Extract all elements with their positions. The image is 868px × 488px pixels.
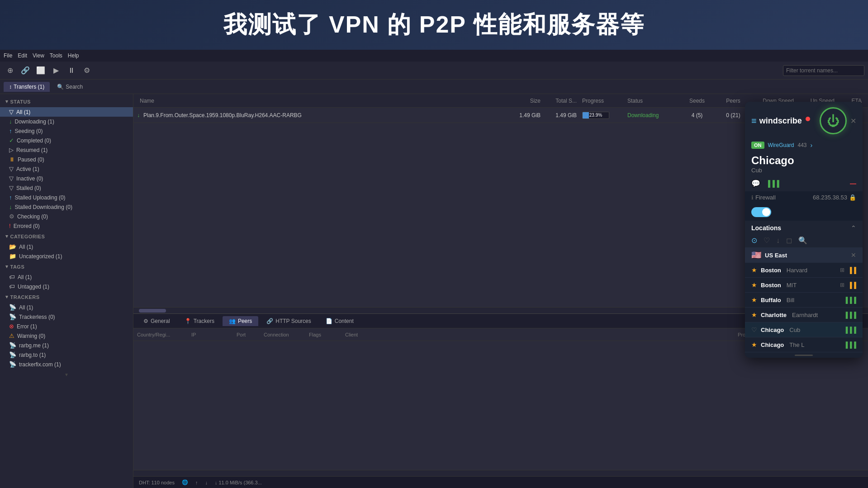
sidebar-item-tracker-error[interactable]: ⊗ Error (1) (0, 322, 133, 331)
vpn-info-button[interactable]: ℹ (751, 194, 754, 201)
app-container: File Edit View Tools Help ⊕ 🔗 ⬜ ▶ ⏸ ⚙ ↕ … (0, 50, 868, 488)
sidebar-item-inactive[interactable]: ▽ Inactive (0) (0, 174, 133, 183)
pcol-ip[interactable]: IP (191, 332, 237, 337)
trackerfix-icon: 📡 (9, 361, 16, 368)
list-item[interactable]: ★ Boston MIT ⊞ ▐▐ (745, 278, 863, 293)
toolbar-add-btn[interactable]: ⊕ (4, 64, 16, 77)
vpn-filter-favorites-icon[interactable]: ♡ (764, 236, 770, 245)
sidebar-item-stalled-downloading[interactable]: ↓ Stalled Downloading (0) (0, 202, 133, 212)
sidebar-item-resumed[interactable]: ▷ Resumed (1) (0, 145, 133, 155)
pcol-connection[interactable]: Connection (264, 332, 309, 337)
error-icon: ! (9, 223, 11, 229)
toolbar-remove-btn[interactable]: ⬜ (34, 64, 47, 77)
tab-trackers[interactable]: 📍 Trackers (178, 316, 221, 326)
resume-icon: ▷ (9, 147, 14, 153)
download-icon-status: ↓ (205, 480, 208, 485)
pcol-client[interactable]: Client (345, 332, 738, 337)
list-item[interactable]: ★ Chicago The L ▐▐▐ (745, 337, 863, 352)
menu-tools[interactable]: Tools (50, 52, 62, 59)
toolbar-add-link-btn[interactable]: 🔗 (19, 64, 32, 77)
banner-text: 我测试了 VPN 的 P2P 性能和服务器等 (223, 9, 644, 41)
menu-help[interactable]: Help (68, 52, 79, 59)
status-section-header[interactable]: ▾ STATUS (0, 96, 133, 107)
sidebar-item-rarbgme[interactable]: 📡 rarbg.me (1) (0, 341, 133, 350)
sidebar-item-tracker-warning[interactable]: ⚠ Warning (0) (0, 331, 133, 341)
sidebar-item-stalled-uploading[interactable]: ↑ Stalled Uploading (0) (0, 193, 133, 202)
tab-http-sources[interactable]: 🔗 HTTP Sources (260, 316, 317, 326)
sidebar-item-stalled[interactable]: ▽ Stalled (0) (0, 183, 133, 193)
col-header-name[interactable]: Name (137, 98, 507, 104)
pcol-country[interactable]: Country/Regi... (137, 332, 191, 337)
sidebar-item-rarbgto[interactable]: 📡 rarbg.to (1) (0, 350, 133, 360)
col-header-progress[interactable]: Progress (579, 98, 625, 104)
menu-edit[interactable]: Edit (18, 52, 27, 59)
sidebar-item-cat-all[interactable]: 📂 All (1) (0, 242, 133, 251)
toolbar-start-btn[interactable]: ▶ (50, 64, 62, 77)
list-item[interactable]: ★ Charlotte Earnhardt ▐▐▐ (745, 308, 863, 322)
menu-view[interactable]: View (33, 52, 44, 59)
vpn-scrollbar[interactable] (795, 355, 813, 356)
col-header-total-size[interactable]: Total S... (543, 98, 579, 104)
col-header-size[interactable]: Size (507, 98, 543, 104)
vpn-toggle-row (745, 204, 863, 221)
list-item[interactable]: ♡ Chicago Cub ▐▐▐ (745, 322, 863, 337)
toolbar-pause-btn[interactable]: ⏸ (65, 64, 78, 77)
trackers-section-header[interactable]: ▾ TRACKERS (0, 291, 133, 303)
pcol-flags[interactable]: Flags (309, 332, 345, 337)
folder-icon: 📂 (9, 243, 16, 250)
sidebar-item-completed[interactable]: ✓ Completed (0) (0, 136, 133, 145)
sidebar-scroll-down[interactable]: ▼ (0, 369, 133, 379)
vpn-filter-icons: ⊙ ♡ ↓ ◻ 🔍 (745, 234, 863, 247)
tab-transfers[interactable]: ↕ Transfers (1) (4, 82, 50, 92)
vpn-logo-icon: ≡ (751, 116, 757, 126)
peers-scrollbar[interactable] (133, 470, 868, 476)
sidebar-item-trackerless[interactable]: 📡 Trackerless (0) (0, 312, 133, 322)
vpn-filter-static-icon[interactable]: ◻ (786, 236, 792, 245)
trackerless-icon: 📡 (9, 313, 16, 320)
vpn-region-close-button[interactable]: ✕ (851, 251, 856, 259)
tags-section-header[interactable]: ▾ TAGS (0, 261, 133, 272)
vpn-power-button[interactable]: ⏻ (820, 107, 847, 134)
vpn-toggle[interactable] (751, 207, 771, 217)
signal-icon-0: ▐▐ (848, 267, 856, 274)
vpn-collapse-button[interactable]: ⌃ (851, 224, 856, 232)
vpn-filter-search-icon[interactable]: 🔍 (798, 236, 807, 245)
vpn-port-forward-icon[interactable]: › (811, 142, 813, 149)
sidebar-item-tags-untagged[interactable]: 🏷 Untagged (1) (0, 282, 133, 291)
torrent-name-cell: ↓ Plan.9.From.Outer.Space.1959.1080p.Blu… (137, 112, 507, 118)
list-item[interactable]: ★ Boston Harvard ⊞ ▐▐ (745, 263, 863, 278)
sidebar-item-active[interactable]: ▽ Active (1) (0, 164, 133, 174)
vpn-chat-icon[interactable]: 💬 (751, 179, 760, 188)
sidebar-item-checking[interactable]: ⚙ Checking (0) (0, 212, 133, 221)
vpn-filter-download-icon[interactable]: ↓ (776, 237, 780, 245)
tab-content[interactable]: 📄 Content (319, 316, 360, 326)
down-speed-status: ↓ 11.0 MiB/s (366.3... (215, 480, 262, 485)
categories-section-header[interactable]: ▾ CATEGORIES (0, 231, 133, 242)
sidebar-item-tags-all[interactable]: 🏷 All (1) (0, 272, 133, 282)
sidebar-item-seeding[interactable]: ↑ Seeding (0) (0, 126, 133, 136)
col-header-seeds[interactable]: Seeds (679, 98, 715, 104)
list-item[interactable]: ★ Buffalo Bill ▐▐▐ (745, 293, 863, 308)
sidebar-item-all[interactable]: ▽ All (1) (0, 107, 133, 117)
menu-file[interactable]: File (4, 52, 12, 59)
sidebar-item-trackers-all[interactable]: 📡 All (1) (0, 303, 133, 312)
col-header-status[interactable]: Status (625, 98, 679, 104)
sidebar-item-cat-uncategorized[interactable]: 📁 Uncategorized (1) (0, 251, 133, 261)
tab-general[interactable]: ⚙ General (137, 316, 176, 326)
toolbar-options-btn[interactable]: ⚙ (81, 64, 93, 77)
sidebar-item-downloading[interactable]: ↓ Downloading (1) (0, 117, 133, 126)
tab-search[interactable]: 🔍 Search (52, 82, 88, 92)
pcol-port[interactable]: Port (237, 332, 264, 337)
progress-text: 23.9% (583, 112, 609, 118)
tab-peers[interactable]: 👥 Peers (223, 316, 258, 326)
scroll-thumb[interactable] (139, 309, 166, 313)
sidebar-item-paused[interactable]: ⏸ Paused (0) (0, 155, 133, 164)
sidebar-item-trackerfix[interactable]: 📡 trackerfix.com (1) (0, 360, 133, 369)
vpn-close-button[interactable]: ✕ (850, 117, 856, 125)
vpn-filter-recent-icon[interactable]: ⊙ (751, 236, 757, 245)
filter-input[interactable] (783, 65, 864, 76)
server-buffalo: Bill (787, 297, 794, 303)
vpn-protocol[interactable]: WireGuard (768, 142, 794, 148)
sidebar-item-errored[interactable]: ! Errored (0) (0, 221, 133, 231)
city-buffalo: Buffalo (761, 297, 781, 303)
